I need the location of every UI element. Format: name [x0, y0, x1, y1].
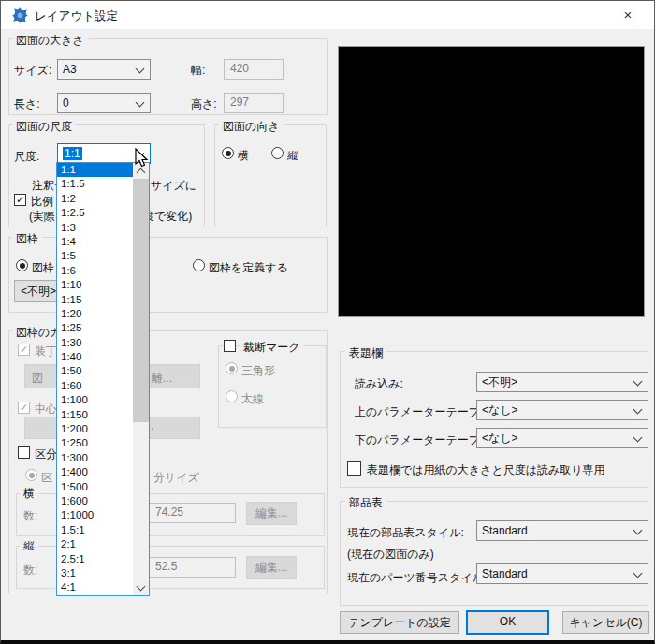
annotation-note-fragment-right3: 度で変化)	[143, 209, 192, 225]
ok-button[interactable]: OK	[466, 610, 549, 635]
cut-mark-checkbox[interactable]	[224, 340, 236, 352]
scale-combobox-value: 1:1	[63, 147, 82, 160]
chevron-down-icon	[633, 569, 643, 578]
title-bar: レイアウト設定 ×	[1, 1, 654, 29]
scale-option[interactable]: 1:60	[57, 379, 134, 393]
scale-option[interactable]: 1:600	[57, 494, 134, 508]
size-combobox-value: A3	[63, 63, 77, 76]
lower-param-table-label: 下のパラメーターテーブル:	[355, 432, 495, 448]
annotation-note-fragment-right1: サイズに	[151, 178, 196, 194]
scale-option[interactable]: 1:4	[57, 235, 134, 249]
scale-option[interactable]: 1:2	[57, 192, 134, 206]
scale-option[interactable]: 1:5	[57, 249, 134, 263]
triangle-radio	[226, 362, 238, 374]
cancel-button[interactable]: キャンセル(C)	[562, 611, 649, 634]
parts-style-combobox[interactable]: Standard	[476, 520, 648, 541]
horizontal-edit-button: 編集...	[246, 502, 297, 525]
scale-option[interactable]: 1:300	[57, 451, 134, 465]
parts-style-label: 現在の部品表スタイル:	[347, 525, 464, 541]
scale-option[interactable]: 1:1000	[57, 508, 134, 522]
group-orientation-label: 図面の向き	[219, 119, 284, 135]
vertical-edit-button: 編集...	[246, 556, 297, 579]
parts-style-value: Standard	[482, 524, 528, 537]
title-block-readonly-label: 表題欄では用紙の大きさと尺度は読み取り専用	[367, 462, 605, 478]
zone-checkbox-label: 区分	[35, 446, 57, 462]
group-drawing-scale-label: 図面の尺度	[12, 119, 76, 135]
scale-option[interactable]: 1:400	[57, 465, 134, 479]
define-frame-radio[interactable]	[193, 259, 205, 271]
scale-dropdown-list[interactable]: 1:11:1.51:21:2.51:31:41:51:61:101:151:20…	[56, 162, 150, 596]
length-combobox-value: 0	[63, 96, 69, 110]
drawing-preview	[338, 46, 645, 317]
annotation-note-fragment-left3: (実際	[29, 209, 55, 225]
mouse-cursor	[135, 148, 149, 168]
template-settings-button[interactable]: テンプレートの設定	[340, 611, 459, 634]
scale-option[interactable]: 3:1	[57, 566, 134, 580]
title-block-load-value: <不明>	[482, 375, 517, 388]
scale-option[interactable]: 1:50	[57, 364, 134, 378]
width-label: 幅:	[191, 63, 205, 79]
scale-option[interactable]: 1:25	[57, 321, 134, 335]
title-block-readonly-checkbox[interactable]	[347, 461, 361, 476]
scale-option[interactable]: 2.5:1	[57, 552, 134, 566]
chevron-down-icon	[633, 526, 643, 535]
group-title-block-label: 表題欄	[345, 345, 386, 361]
orientation-portrait-radio[interactable]	[271, 147, 284, 159]
group-cut-mark	[218, 345, 327, 428]
scale-option[interactable]: 1:500	[57, 480, 134, 494]
frame-distance-button-fragment-left: 図	[32, 371, 43, 387]
scale-option[interactable]: 1:200	[57, 422, 134, 436]
scale-option[interactable]: 1:20	[57, 307, 134, 321]
group-frame-label: 図枠	[12, 231, 42, 247]
scale-option[interactable]: 1:30	[57, 336, 134, 350]
length-combobox[interactable]: 0	[57, 93, 151, 113]
scale-option[interactable]: 1:150	[57, 408, 134, 422]
scroll-down-icon[interactable]	[133, 579, 149, 595]
dialog-title: レイアウト設定	[35, 8, 118, 24]
scale-option[interactable]: 1:40	[57, 350, 134, 364]
scale-option[interactable]: 1:1	[57, 163, 134, 177]
scale-option[interactable]: 1:3	[57, 221, 134, 235]
scale-option[interactable]: 1:15	[57, 293, 134, 307]
title-block-load-combobox[interactable]: <不明>	[476, 372, 648, 392]
scale-dropdown-scrollbar[interactable]	[133, 163, 149, 595]
thick-line-radio-label: 太線	[241, 391, 264, 407]
chevron-down-icon	[633, 377, 643, 387]
proportional-checkbox[interactable]: ✓	[14, 194, 26, 206]
scale-option[interactable]: 1:250	[57, 436, 134, 450]
scale-option[interactable]: 1.5:1	[57, 523, 134, 537]
upper-param-table-combobox[interactable]: <なし>	[476, 400, 648, 420]
scrollbar-thumb[interactable]	[133, 179, 149, 422]
chevron-down-icon	[136, 98, 145, 108]
zone-size-radio-fragment: 分サイズ	[153, 470, 199, 486]
orientation-portrait-label: 縦	[287, 148, 298, 164]
thick-line-radio	[226, 390, 238, 402]
horizontal-count-field: 74.25	[141, 503, 236, 523]
layout-settings-dialog: レイアウト設定 × 図面の大きさ サイズ: A3 幅: 420 長さ: 0 高さ…	[0, 0, 655, 644]
use-frame-radio[interactable]	[16, 259, 28, 271]
part-number-style-value: Standard	[482, 567, 528, 580]
group-drawing-size-label: 図面の大きさ	[12, 33, 88, 49]
scale-option[interactable]: 1:10	[57, 278, 134, 292]
close-icon[interactable]: ×	[615, 6, 641, 24]
app-icon	[12, 7, 28, 23]
scale-option[interactable]: 1:1.5	[57, 177, 134, 191]
scale-option[interactable]: 1:2.5	[57, 206, 134, 220]
scale-option[interactable]: 1:6	[57, 264, 134, 278]
lower-param-table-combobox[interactable]: <なし>	[476, 428, 648, 448]
scale-option[interactable]: 4:1	[57, 580, 134, 594]
part-number-style-combobox[interactable]: Standard	[476, 564, 648, 584]
orientation-landscape-radio[interactable]	[222, 147, 234, 159]
orientation-landscape-label: 横	[238, 148, 249, 164]
parts-note: (現在の図面のみ)	[347, 547, 434, 563]
size-combobox[interactable]: A3	[57, 59, 151, 80]
length-label: 長さ:	[14, 96, 40, 112]
center-mark-checkbox: ✓	[18, 402, 30, 414]
scale-option[interactable]: 2:1	[57, 537, 134, 551]
vertical-count-label: 数:	[23, 563, 37, 578]
scale-option[interactable]: 1:100	[57, 393, 134, 407]
chevron-down-icon	[633, 433, 643, 443]
chevron-down-icon	[136, 65, 145, 74]
scale-dropdown-items: 1:11:1.51:21:2.51:31:41:51:61:101:151:20…	[57, 163, 134, 595]
zone-checkbox[interactable]	[18, 446, 30, 459]
